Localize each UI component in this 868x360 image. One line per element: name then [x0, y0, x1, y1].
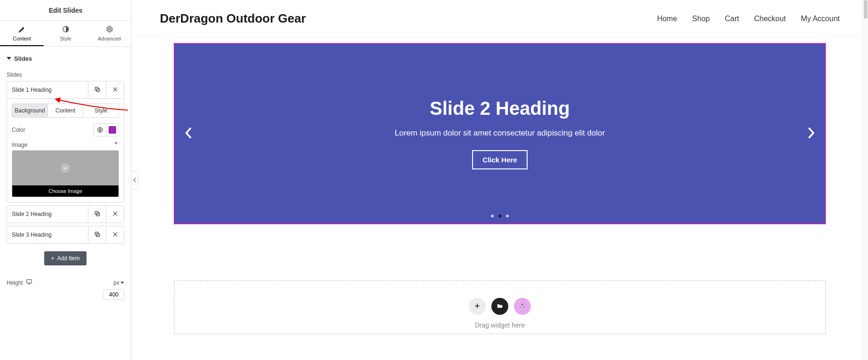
- slide-content: Slide 2 Heading Lorem ipsum dolor sit am…: [395, 98, 605, 169]
- nav-cart[interactable]: Cart: [725, 15, 739, 23]
- section-slides-title: Slides: [14, 55, 32, 62]
- chevron-left-icon: [184, 133, 193, 140]
- sub-tab-style[interactable]: Style: [83, 104, 118, 117]
- chevron-left-icon: [133, 176, 137, 184]
- dropzone-label: Drag widget here: [174, 321, 825, 329]
- repeater-item: Slide 1 Heading Background Content Style…: [7, 81, 124, 202]
- slide-subheading: Lorem ipsum dolor sit amet consectetur a…: [395, 128, 605, 138]
- scrollbar-thumb[interactable]: [864, 0, 868, 19]
- preview-canvas: DerDragon Outdoor Gear Home Shop Cart Ch…: [132, 0, 868, 360]
- repeater-title[interactable]: Slide 3 Heading: [7, 226, 88, 243]
- slider-dot-3[interactable]: [506, 215, 509, 217]
- image-row-head: Image: [12, 141, 119, 148]
- duplicate-button[interactable]: [88, 81, 106, 98]
- chevron-right-icon: [807, 133, 815, 140]
- contrast-icon: [62, 25, 70, 34]
- panel-collapse-handle[interactable]: [132, 171, 138, 190]
- slider-widget[interactable]: Slide 2 Heading Lorem ipsum dolor sit am…: [174, 43, 826, 224]
- scrollbar[interactable]: [862, 0, 868, 360]
- height-input[interactable]: [103, 289, 124, 300]
- remove-button[interactable]: [106, 226, 124, 243]
- slider-widget-wrap: Slide 2 Heading Lorem ipsum dolor sit am…: [132, 38, 868, 248]
- folder-icon: [497, 303, 503, 311]
- ai-generate-button[interactable]: [514, 298, 531, 315]
- slide-sub-tabs: Background Content Style: [12, 104, 119, 118]
- main-nav: Home Shop Cart Checkout My Account: [657, 15, 840, 23]
- globe-icon[interactable]: [94, 124, 106, 136]
- height-label: Height: [7, 280, 23, 286]
- close-icon: [112, 86, 118, 94]
- gear-icon: [106, 25, 113, 34]
- tab-advanced-label: Advanced: [98, 36, 121, 41]
- repeater-body: Background Content Style Color Image: [7, 98, 124, 202]
- plus-icon: [474, 303, 481, 311]
- image-picker[interactable]: + Choose Image: [12, 150, 119, 197]
- repeater-item: Slide 2 Heading: [7, 205, 124, 223]
- caret-down-icon: [7, 55, 11, 62]
- nav-account[interactable]: My Account: [801, 15, 840, 23]
- nav-shop[interactable]: Shop: [692, 15, 710, 23]
- tab-style-label: Style: [60, 36, 71, 41]
- repeater-head: Slide 3 Heading: [7, 226, 124, 243]
- close-icon: [112, 231, 118, 239]
- sparkle-icon: [519, 303, 526, 311]
- height-row: Height px: [7, 279, 124, 287]
- color-row: Color: [12, 123, 119, 136]
- svg-point-1: [109, 28, 110, 30]
- mode-tabs: Content Style Advanced: [0, 21, 131, 47]
- tab-content[interactable]: Content: [0, 21, 44, 46]
- tab-advanced[interactable]: Advanced: [87, 21, 131, 46]
- empty-section-dropzone[interactable]: Drag widget here: [174, 280, 826, 334]
- add-widget-button[interactable]: [469, 298, 486, 315]
- slides-repeater-label: Slides: [7, 72, 124, 78]
- copy-icon: [94, 210, 101, 218]
- add-item-button[interactable]: + Add Item: [44, 251, 87, 265]
- editor-panel: Edit Slides Content Style Advanced Sl: [0, 0, 132, 360]
- color-chip: [109, 126, 116, 134]
- slide-cta-button[interactable]: Click Here: [472, 150, 527, 169]
- repeater-title[interactable]: Slide 2 Heading: [7, 206, 88, 223]
- sub-tab-content[interactable]: Content: [48, 104, 84, 117]
- copy-icon: [94, 86, 101, 94]
- remove-button[interactable]: [106, 206, 124, 223]
- repeater-head: Slide 1 Heading: [7, 81, 124, 98]
- unit-select[interactable]: px: [113, 280, 124, 286]
- slider-next-button[interactable]: [803, 124, 819, 144]
- tab-content-label: Content: [13, 36, 31, 41]
- repeater-item: Slide 3 Heading: [7, 226, 124, 244]
- slider-dot-2[interactable]: [498, 215, 501, 217]
- nav-checkout[interactable]: Checkout: [754, 15, 786, 23]
- slide-heading: Slide 2 Heading: [430, 98, 570, 119]
- tab-style[interactable]: Style: [44, 21, 87, 46]
- site-header: DerDragon Outdoor Gear Home Shop Cart Ch…: [132, 0, 868, 38]
- color-control[interactable]: [94, 123, 119, 136]
- color-label: Color: [12, 127, 25, 133]
- plus-icon: +: [51, 255, 54, 262]
- section-slides-toggle[interactable]: Slides: [7, 47, 124, 68]
- desktop-icon[interactable]: [26, 279, 32, 287]
- pencil-icon: [18, 25, 26, 34]
- panel-title: Edit Slides: [0, 0, 131, 21]
- slider-prev-button[interactable]: [181, 124, 197, 144]
- repeater-head: Slide 2 Heading: [7, 206, 124, 223]
- repeater-title[interactable]: Slide 1 Heading: [7, 81, 88, 98]
- image-label: Image: [12, 142, 27, 148]
- site-brand[interactable]: DerDragon Outdoor Gear: [160, 11, 306, 26]
- sub-tab-background[interactable]: Background: [12, 104, 48, 117]
- chevron-down-icon: [120, 280, 124, 286]
- slider-dots: [175, 215, 825, 217]
- panel-body: Slides Slides Slide 1 Heading Background…: [0, 47, 131, 360]
- choose-image-button[interactable]: Choose Image: [12, 185, 118, 197]
- remove-button[interactable]: [106, 81, 124, 98]
- duplicate-button[interactable]: [88, 226, 106, 243]
- image-placeholder[interactable]: +: [12, 151, 118, 185]
- add-item-label: Add Item: [57, 255, 79, 262]
- copy-icon: [94, 231, 101, 239]
- widget-buttons: [174, 298, 825, 315]
- nav-home[interactable]: Home: [657, 15, 677, 23]
- dynamic-icon[interactable]: [113, 141, 119, 148]
- add-template-button[interactable]: [491, 298, 508, 315]
- duplicate-button[interactable]: [88, 206, 106, 223]
- slider-dot-1[interactable]: [491, 215, 494, 217]
- color-swatch[interactable]: [106, 124, 118, 136]
